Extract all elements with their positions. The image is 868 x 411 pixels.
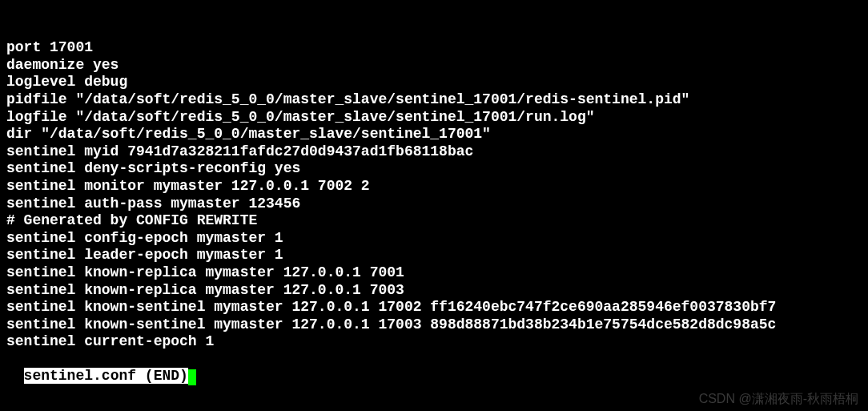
- config-line: port 17001: [6, 39, 862, 57]
- pager-end-marker: sentinel.conf (END): [24, 368, 188, 384]
- config-line: sentinel known-sentinel mymaster 127.0.0…: [6, 299, 862, 316]
- config-line: sentinel known-sentinel mymaster 127.0.0…: [6, 316, 862, 334]
- config-line: sentinel known-replica mymaster 127.0.0.…: [6, 264, 862, 282]
- config-line: pidfile "/data/soft/redis_5_0_0/master_s…: [6, 91, 862, 109]
- config-line: sentinel current-epoch 1: [6, 333, 862, 351]
- config-line: sentinel monitor mymaster 127.0.0.1 7002…: [6, 178, 862, 195]
- config-line: sentinel myid 7941d7a328211fafdc27d0d943…: [6, 143, 862, 161]
- config-line: sentinel leader-epoch mymaster 1: [6, 247, 862, 264]
- config-line: loglevel debug: [6, 74, 862, 91]
- config-line: sentinel known-replica mymaster 127.0.0.…: [6, 282, 862, 300]
- terminal-cursor[interactable]: [188, 369, 196, 385]
- config-line: sentinel auth-pass mymaster 123456: [6, 195, 862, 213]
- config-line: logfile "/data/soft/redis_5_0_0/master_s…: [6, 109, 862, 127]
- config-line: sentinel config-epoch mymaster 1: [6, 230, 862, 248]
- config-line: dir "/data/soft/redis_5_0_0/master_slave…: [6, 126, 862, 143]
- config-line: sentinel deny-scripts-reconfig yes: [6, 160, 862, 178]
- config-line: daemonize yes: [6, 57, 862, 75]
- config-lines-container: port 17001daemonize yesloglevel debugpid…: [6, 39, 862, 351]
- watermark: CSDN @潇湘夜雨-秋雨梧桐: [699, 391, 858, 406]
- terminal-output: port 17001daemonize yesloglevel debugpid…: [6, 5, 862, 385]
- config-line: # Generated by CONFIG REWRITE: [6, 212, 862, 230]
- pager-end-line: sentinel.conf (END): [24, 368, 196, 385]
